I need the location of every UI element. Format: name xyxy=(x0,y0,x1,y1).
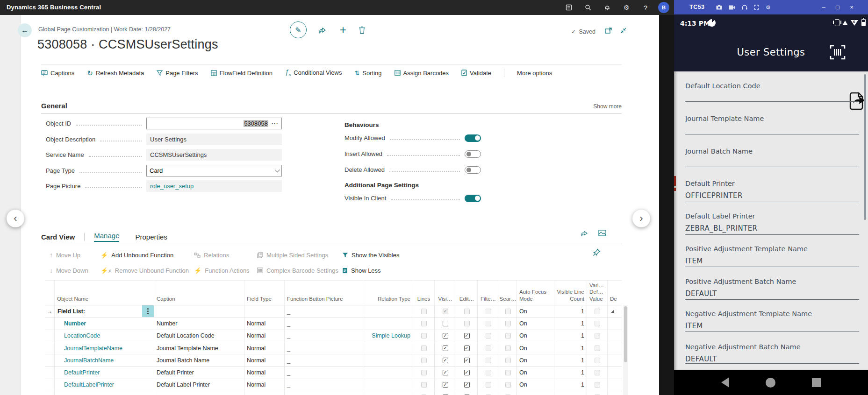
row-selector[interactable] xyxy=(45,317,55,329)
cell-function-button-picture[interactable]: _ xyxy=(285,317,363,329)
cell-caption[interactable] xyxy=(154,305,244,317)
table-row[interactable]: JournalTemplateNameJournal Template Name… xyxy=(45,342,622,354)
pin-icon[interactable] xyxy=(593,248,601,258)
visible-checkbox[interactable] xyxy=(443,346,448,351)
visible-checkbox[interactable] xyxy=(443,333,448,339)
cell-caption[interactable]: Journal Batch Name xyxy=(154,354,244,366)
more-options-button[interactable]: More options xyxy=(517,70,552,77)
cell-visible-line-count[interactable]: 1 xyxy=(554,342,587,354)
cell-object-name[interactable]: Field List: xyxy=(55,305,154,317)
cell-function-button-picture[interactable]: _ xyxy=(285,330,363,342)
row-selector[interactable]: → xyxy=(45,305,55,317)
phone-field-journal-batch-name[interactable]: Journal Batch Name xyxy=(685,148,859,167)
cell-object-name[interactable]: DefaultLabelPrinter xyxy=(55,379,154,391)
show-more-link[interactable]: Show more xyxy=(593,103,622,110)
cell-caption[interactable]: Positive Adjustment Template Name xyxy=(154,391,244,395)
lines-checkbox[interactable] xyxy=(421,370,427,375)
column-header-filte[interactable]: Filte… xyxy=(478,281,499,305)
record-video-icon[interactable] xyxy=(729,5,735,10)
filterable-checkbox[interactable] xyxy=(486,309,491,314)
visible-checkbox[interactable] xyxy=(443,321,448,326)
action-add-unbound-function[interactable]: ⚡Add Unbound Function xyxy=(100,249,173,261)
row-selector[interactable] xyxy=(45,354,55,366)
cell-field-type[interactable]: Normal xyxy=(244,391,285,395)
cell-auto-focus-mode[interactable]: On xyxy=(517,367,554,378)
cell-relation-type[interactable]: Simple Lookup xyxy=(363,330,413,342)
searchable-checkbox[interactable] xyxy=(505,346,511,351)
cell-field-type[interactable]: Normal xyxy=(244,342,285,354)
visible-checkbox[interactable] xyxy=(443,358,448,363)
row-selector[interactable] xyxy=(45,342,55,354)
cell-relation-type[interactable] xyxy=(363,367,413,378)
phone-field-value[interactable]: ZEBRA_BL_PRINTER xyxy=(685,224,859,233)
editable-checkbox[interactable] xyxy=(464,358,470,363)
toolbar-item-page-filters[interactable]: Page Filters xyxy=(157,70,198,77)
cell-auto-focus-mode[interactable]: On xyxy=(517,354,554,366)
variable-default-value-checkbox[interactable] xyxy=(595,333,600,339)
phone-field-negative-adjustment-batch-name[interactable]: Negative Adjustment Batch NameDEFAULT xyxy=(685,343,859,364)
visible-checkbox[interactable] xyxy=(443,309,448,314)
table-scrollbar-thumb[interactable] xyxy=(624,306,627,362)
editable-checkbox[interactable] xyxy=(464,370,470,375)
cell-field-type[interactable]: Normal xyxy=(244,367,285,378)
cell-relation-type[interactable] xyxy=(363,342,413,354)
column-header-rel[interactable]: Relation Type xyxy=(363,281,413,305)
column-header-auto[interactable]: Auto Focus Mode xyxy=(517,281,554,305)
close-icon[interactable]: × xyxy=(848,4,855,11)
variable-default-value-checkbox[interactable] xyxy=(595,346,600,351)
maximize-icon[interactable]: □ xyxy=(834,4,841,11)
table-row[interactable]: DefaultLabelPrinterDefault Label Printer… xyxy=(45,379,622,391)
cell-field-type[interactable] xyxy=(244,305,285,317)
table-scrollbar[interactable] xyxy=(623,305,628,395)
cell-auto-focus-mode[interactable]: On xyxy=(517,330,554,342)
toolbar-item-conditional-views[interactable]: ƒoConditional Views xyxy=(285,69,342,77)
searchable-checkbox[interactable] xyxy=(505,382,511,388)
variable-default-value-checkbox[interactable] xyxy=(595,382,600,388)
phone-field-default-label-printer[interactable]: Default Label PrinterZEBRA_BL_PRINTER xyxy=(685,212,859,235)
lines-checkbox[interactable] xyxy=(421,309,427,314)
prev-page-button[interactable]: ‹ xyxy=(7,210,24,227)
phone-field-default-printer[interactable]: Default PrinterOFFICEPRINTER xyxy=(685,180,859,202)
cell-auto-focus-mode[interactable]: On xyxy=(517,391,554,395)
row-menu-button[interactable] xyxy=(142,305,154,317)
row-selector[interactable] xyxy=(45,367,55,378)
cell-relation-type[interactable] xyxy=(363,317,413,329)
phone-field-value[interactable]: DEFAULT xyxy=(685,289,859,299)
table-row[interactable]: PosAdjustTemplateNamePositive Adjustment… xyxy=(45,391,622,395)
editable-checkbox[interactable] xyxy=(464,333,470,339)
filterable-checkbox[interactable] xyxy=(486,358,491,363)
phone-field-value[interactable] xyxy=(685,127,859,136)
lines-checkbox[interactable] xyxy=(421,382,427,388)
barcode-scan-icon[interactable] xyxy=(830,45,846,62)
cell-field-type[interactable]: Normal xyxy=(244,317,285,329)
cell-visible-line-count[interactable]: 1 xyxy=(554,330,587,342)
news-icon[interactable] xyxy=(562,0,576,15)
toolbar-item-captions[interactable]: Captions xyxy=(41,70,74,77)
toggle-visible-in-client[interactable] xyxy=(465,195,481,202)
cell-object-name[interactable]: JournalTemplateName xyxy=(55,342,154,354)
bell-icon[interactable] xyxy=(600,0,614,15)
phone-field-value[interactable]: ITEM xyxy=(685,257,859,266)
cell-function-button-picture[interactable]: _ xyxy=(285,342,363,354)
cell-visible-line-count[interactable]: 1 xyxy=(554,367,587,378)
page-type-select[interactable]: Card xyxy=(146,165,282,176)
filterable-checkbox[interactable] xyxy=(486,321,491,326)
minimize-icon[interactable]: – xyxy=(820,4,827,11)
phone-field-negative-adjustment-template-name[interactable]: Negative Adjustment Template NameITEM xyxy=(685,310,859,332)
headset-icon[interactable] xyxy=(742,5,747,10)
editable-checkbox[interactable] xyxy=(464,321,470,326)
phone-field-value[interactable]: OFFICEPRINTER xyxy=(685,191,859,201)
cell-object-name[interactable]: DefaultPrinter xyxy=(55,367,154,378)
screenshot-icon[interactable] xyxy=(716,5,722,10)
column-header-sear[interactable]: Sear… xyxy=(499,281,517,305)
share-button[interactable] xyxy=(319,26,328,34)
searchable-checkbox[interactable] xyxy=(505,370,511,375)
phone-field-positive-adjustment-batch-name[interactable]: Positive Adjustment Batch NameDEFAULT xyxy=(685,278,859,300)
visible-checkbox[interactable] xyxy=(443,382,448,388)
cell-caption[interactable]: Number xyxy=(154,317,244,329)
cell-visible-line-count[interactable]: 1 xyxy=(554,317,587,329)
phone-field-value[interactable]: DEFAULT xyxy=(685,355,859,364)
lines-checkbox[interactable] xyxy=(421,358,427,363)
settings-icon[interactable]: ⚙ xyxy=(766,4,771,11)
action-move-down[interactable]: ↓Move Down xyxy=(50,265,88,276)
